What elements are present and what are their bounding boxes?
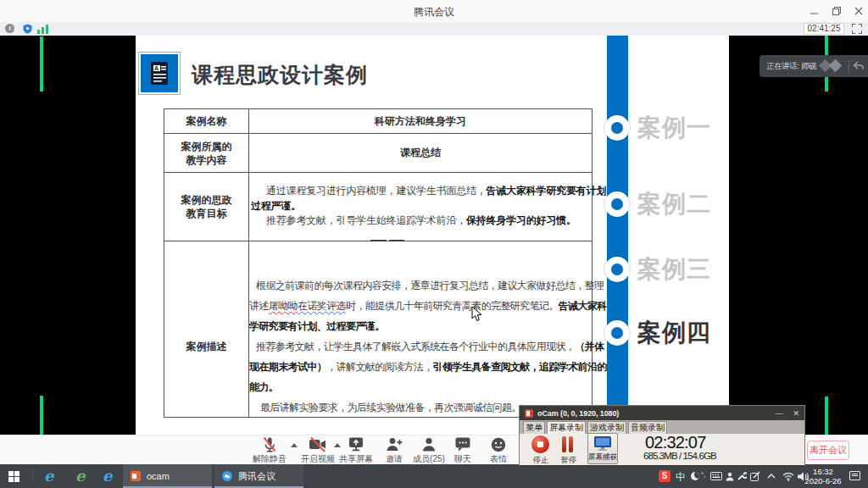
row-label: 案例名称	[164, 109, 249, 133]
ocam-screen-capture-button[interactable]: 屏幕捕获	[587, 433, 618, 464]
slide-timeline-bar	[607, 36, 628, 435]
collapse-arrow-icon[interactable]	[853, 61, 864, 71]
emoji-icon	[490, 436, 507, 453]
share-pen-icon[interactable]	[750, 471, 760, 481]
members-icon	[420, 436, 437, 453]
row-value: 科研方法和终身学习	[249, 109, 592, 133]
keyboard-icon[interactable]	[710, 472, 722, 480]
window-titlebar: 腾讯会议	[0, 0, 868, 22]
meeting-duration: 02:41:25	[804, 23, 844, 35]
close-button[interactable]	[854, 7, 863, 15]
timeline-dot-4	[604, 320, 630, 346]
invite-person-icon	[385, 436, 403, 453]
mic-muted-icon	[260, 436, 279, 454]
ocam-tab-menu[interactable]: 菜单	[523, 421, 545, 434]
table-row-content: 案例所属的 教学内容 课程总结	[164, 134, 592, 173]
nav-label-case1: 案例一	[637, 115, 748, 141]
table-row-name: 案例名称 科研方法和终身学习	[164, 109, 592, 134]
ocam-minimize-button[interactable]: —	[775, 409, 782, 418]
ocam-tab-audio-record[interactable]: 音频录制	[628, 421, 667, 434]
table-row-description: 案例描述 根据之前课前的每次课程内容安排，逐章进行复习总结，建议大家做好总结，整…	[164, 241, 592, 417]
speaking-text: 正在讲话: 师砚	[766, 61, 816, 72]
ocam-timer: 02:32:07	[645, 435, 705, 450]
capture-border-segment	[40, 36, 43, 92]
taskbar-app-ocam[interactable]: ocam	[123, 464, 212, 488]
action-center-icon[interactable]	[849, 471, 860, 480]
ocam-app-logo	[525, 409, 533, 418]
taskbar-app-meeting[interactable]: 腾讯会议	[214, 464, 303, 488]
timeline-dot-3	[604, 257, 630, 282]
sogou-ime-icon[interactable]: S	[659, 470, 670, 482]
ocam-window-title: oCam (0, 0, 1920, 1080)	[537, 409, 765, 418]
timeline-dot-1	[604, 115, 630, 141]
capture-border-segment	[825, 396, 828, 435]
ocam-body: 停止 暂停 屏幕捕获 02:32:07 685.3MB / 154.6GB	[520, 434, 804, 465]
case-table: 案例名称 科研方法和终身学习 案例所属的 教学内容 课程总结 案例的思政 教育目…	[164, 108, 593, 418]
speaking-banner: 正在讲话: 师砚	[760, 55, 868, 77]
person-tray-icon[interactable]	[726, 472, 734, 481]
moon-icon[interactable]	[691, 472, 699, 480]
ocam-tab-screen-record[interactable]: 屏幕录制	[547, 421, 586, 434]
emoji-button[interactable]: 表情	[471, 436, 526, 463]
screen: 腾讯会议 i 02:41:25 A	[0, 0, 868, 488]
green-browser-icon[interactable]: e	[75, 467, 85, 485]
shared-screen: A 课程思政设计案例 案例名称 科研方法和终身学习 案例所属的 教学内容	[0, 36, 868, 435]
monitor-icon	[593, 435, 612, 452]
info-icon[interactable]: i	[5, 24, 14, 33]
wifi-icon[interactable]	[782, 472, 794, 481]
row-value: 课程总结	[249, 134, 592, 172]
ocam-storage: 685.3MB / 154.6GB	[643, 452, 716, 461]
row-label: 案例描述	[164, 241, 249, 417]
shield-icon[interactable]	[23, 24, 32, 34]
taskbar: e e e ocam 腾讯会议 S 中 °, 16:322020-6-26	[0, 464, 868, 488]
nav-label-case3: 案例三	[637, 257, 748, 282]
ocam-close-button[interactable]: ✕	[793, 409, 799, 418]
nav-label-case2: 案例二	[637, 191, 748, 217]
unmute-button[interactable]: 解除静音	[242, 436, 297, 463]
slide-dash-mark	[370, 240, 387, 241]
chat-icon	[453, 436, 472, 453]
ime-symbols: °,	[701, 471, 705, 479]
edge-browser-icon[interactable]: e	[44, 467, 53, 485]
ocam-window: oCam (0, 0, 1920, 1080) — ✕ 菜单 屏幕录制 游戏录制…	[519, 405, 805, 467]
restore-button[interactable]	[832, 7, 841, 15]
leave-meeting-button[interactable]: 离开会议	[807, 441, 849, 460]
row-label: 案例所属的 教学内容	[164, 134, 249, 172]
camera-off-icon	[308, 436, 328, 454]
mouse-cursor	[471, 306, 483, 323]
timeline-dot-2	[604, 191, 630, 217]
slide-title: 课程思政设计案例	[192, 64, 368, 86]
document-icon: A	[148, 60, 170, 87]
fullscreen-icon[interactable]	[852, 24, 862, 34]
hidden-icons-chevron[interactable]	[767, 474, 776, 479]
ie-browser-icon[interactable]: e	[103, 467, 112, 485]
slide-logo: A	[138, 52, 181, 95]
meeting-app-icon	[222, 471, 232, 481]
ocam-tab-game-record[interactable]: 游戏录制	[587, 421, 626, 434]
ocam-titlebar[interactable]: oCam (0, 0, 1920, 1080) — ✕	[520, 406, 804, 420]
wrench-icon[interactable]	[737, 471, 747, 481]
minimize-button[interactable]	[810, 7, 819, 15]
taskbar-clock[interactable]: 16:322020-6-26	[804, 467, 843, 485]
ime-language-indicator[interactable]: 中	[676, 470, 686, 485]
row-richtext: 根据之前课前的每次课程内容安排，逐章进行复习总结，建议大家做好总结，整理，讲述屠…	[249, 241, 592, 417]
nav-label-case4: 案例四	[637, 320, 748, 346]
window-title: 腾讯会议	[0, 5, 868, 19]
ocam-tab-bar: 菜单 屏幕录制 游戏录制 音频录制	[520, 420, 804, 434]
share-screen-icon	[347, 436, 365, 453]
ocam-stop-button[interactable]	[531, 435, 549, 453]
ocam-app-icon	[131, 471, 141, 481]
table-row-goal: 案例的思政 教育目标 通过课程复习进行内容梳理，建议学生书面总结，告诫大家科学研…	[164, 173, 592, 241]
svg-text:A: A	[154, 65, 159, 71]
capture-border-segment	[40, 396, 43, 435]
signal-strength-icon	[37, 24, 49, 34]
start-button[interactable]	[8, 471, 19, 482]
presentation-slide: A 课程思政设计案例 案例名称 科研方法和终身学习 案例所属的 教学内容	[136, 36, 729, 435]
row-label: 案例的思政 教育目标	[164, 173, 249, 241]
ocam-pause-label: 暂停	[552, 455, 586, 466]
slide-dash-mark	[389, 240, 404, 241]
speaker-avatar	[829, 59, 843, 73]
ocam-pause-button[interactable]	[562, 436, 576, 452]
row-richtext: 通过课程复习进行内容梳理，建议学生书面总结，告诫大家科学研究要有计划、过程严谨。…	[249, 173, 592, 241]
meeting-infobar: i 02:41:25	[0, 22, 868, 36]
